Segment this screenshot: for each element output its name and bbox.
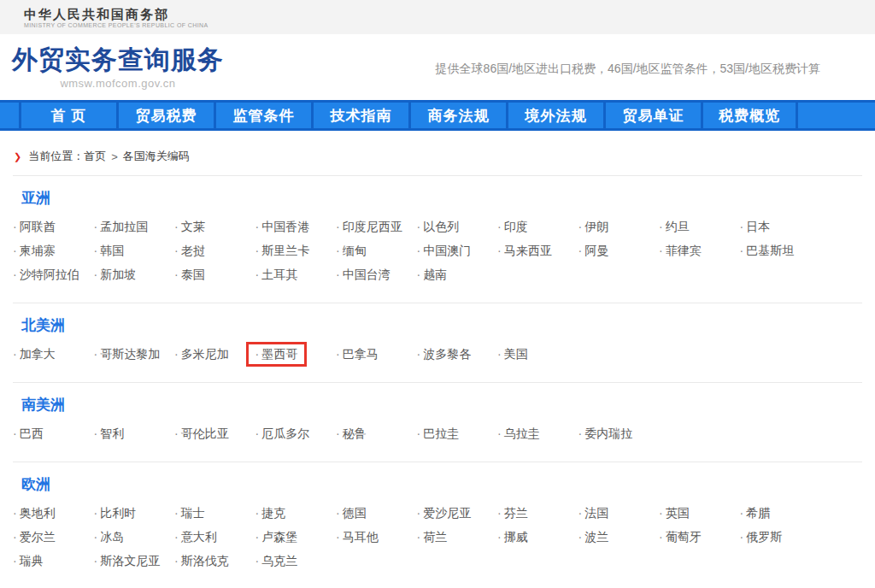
- bullet-dot: ·: [659, 506, 663, 520]
- country-name: 挪威: [504, 530, 528, 544]
- country-name: 柬埔寨: [20, 244, 56, 257]
- country-link[interactable]: ·斯洛文尼亚: [94, 554, 175, 568]
- country-link[interactable]: ·加拿大: [13, 347, 94, 362]
- bullet-dot: ·: [174, 220, 179, 233]
- country-box: ·中国台湾: [326, 262, 400, 287]
- country-link[interactable]: ·哥伦比亚: [174, 426, 255, 441]
- country-link[interactable]: ·英国: [659, 506, 740, 520]
- bullet-dot: ·: [13, 268, 17, 281]
- country-link[interactable]: ·奥地利: [13, 506, 94, 520]
- country-link[interactable]: ·马来西亚: [497, 244, 578, 258]
- bullet-dot: ·: [578, 530, 583, 544]
- country-box: ·柬埔寨: [3, 238, 65, 263]
- country-link[interactable]: ·印度: [497, 220, 578, 234]
- country-link[interactable]: ·多米尼加: [174, 347, 255, 362]
- nav-bar: 首 页贸易税费监管条件技术指南商务法规境外法规贸易单证税费概览: [0, 100, 875, 131]
- country-link[interactable]: ·乌拉圭: [497, 426, 578, 441]
- section-title: 欧洲: [13, 476, 862, 493]
- country-link[interactable]: ·中国香港: [255, 220, 337, 234]
- country-link[interactable]: ·菲律宾: [659, 244, 740, 258]
- country-link[interactable]: ·斯洛伐克: [174, 554, 255, 568]
- bullet-dot: ·: [740, 506, 744, 520]
- country-link[interactable]: ·荷兰: [417, 530, 498, 544]
- country-link[interactable]: ·日本: [740, 220, 821, 234]
- country-link[interactable]: ·中国台湾: [336, 268, 417, 282]
- country-link[interactable]: ·墨西哥: [255, 347, 337, 362]
- country-link[interactable]: ·马耳他: [336, 530, 417, 544]
- country-link[interactable]: ·秘鲁: [336, 426, 417, 441]
- country-link[interactable]: ·土耳其: [255, 268, 337, 282]
- country-link[interactable]: ·意大利: [174, 530, 255, 544]
- country-link[interactable]: ·美国: [497, 347, 578, 362]
- country-link[interactable]: ·柬埔寨: [13, 244, 94, 258]
- country-link[interactable]: ·捷克: [255, 506, 337, 520]
- bullet-dot: ·: [255, 554, 260, 567]
- country-link[interactable]: ·智利: [94, 426, 175, 441]
- country-link[interactable]: ·委内瑞拉: [578, 426, 660, 441]
- country-link[interactable]: ·老挝: [174, 244, 255, 258]
- breadcrumb-home-link[interactable]: 首页: [84, 149, 106, 164]
- country-link[interactable]: ·葡萄牙: [659, 530, 740, 544]
- bullet-dot: ·: [659, 244, 663, 257]
- bullet-dot: ·: [336, 506, 340, 520]
- country-link[interactable]: ·哥斯达黎加: [94, 347, 175, 362]
- nav-tab-4[interactable]: 技术指南: [311, 103, 408, 128]
- country-link[interactable]: ·沙特阿拉伯: [13, 268, 94, 282]
- country-link[interactable]: ·巴基斯坦: [740, 244, 821, 258]
- country-link[interactable]: ·文莱: [174, 220, 255, 234]
- country-link[interactable]: ·爱沙尼亚: [417, 506, 498, 520]
- country-link[interactable]: ·厄瓜多尔: [255, 426, 337, 441]
- country-link[interactable]: ·缅甸: [336, 244, 417, 258]
- nav-tab-3[interactable]: 监管条件: [214, 103, 311, 128]
- bullet-dot: ·: [255, 426, 260, 440]
- nav-tab-8[interactable]: 税费概览: [701, 103, 798, 128]
- breadcrumb-arrow-icon: ❯: [14, 151, 21, 162]
- country-name: 乌拉圭: [504, 426, 540, 440]
- nav-tab-5[interactable]: 商务法规: [408, 103, 506, 128]
- country-link[interactable]: ·挪威: [497, 530, 578, 544]
- country-link[interactable]: ·波兰: [578, 530, 660, 544]
- country-link[interactable]: ·希腊: [740, 506, 821, 520]
- country-link[interactable]: ·孟加拉国: [94, 220, 175, 234]
- country-link[interactable]: ·巴拿马: [336, 347, 417, 362]
- country-link[interactable]: ·俄罗斯: [740, 530, 821, 544]
- country-link[interactable]: ·乌克兰: [255, 554, 337, 568]
- country-link[interactable]: ·比利时: [94, 506, 175, 520]
- country-link[interactable]: ·伊朗: [578, 220, 660, 234]
- breadcrumb-current: 各国海关编码: [123, 149, 190, 164]
- country-link[interactable]: ·波多黎各: [417, 347, 498, 362]
- nav-tab-2[interactable]: 贸易税费: [116, 103, 214, 128]
- country-link[interactable]: ·约旦: [659, 220, 740, 234]
- country-link[interactable]: ·阿曼: [578, 244, 660, 258]
- bullet-dot: ·: [174, 506, 179, 520]
- country-link[interactable]: ·冰岛: [94, 530, 175, 544]
- country-link[interactable]: ·越南: [417, 268, 498, 282]
- ministry-logo[interactable]: 中华人民共和国商务部 MINISTRY OF COMMERCE PEOPLE'S…: [24, 7, 208, 28]
- country-box: ·多米尼加: [165, 342, 238, 367]
- nav-tab-6[interactable]: 境外法规: [506, 103, 603, 128]
- country-box: ·阿曼: [569, 238, 619, 263]
- country-link[interactable]: ·泰国: [174, 268, 255, 282]
- country-link[interactable]: ·巴拉圭: [417, 426, 498, 441]
- country-name: 芬兰: [504, 506, 528, 520]
- nav-tab-7[interactable]: 贸易单证: [603, 103, 701, 128]
- country-link[interactable]: ·瑞典: [13, 554, 94, 568]
- country-link[interactable]: ·中国澳门: [417, 244, 498, 258]
- country-name: 冰岛: [100, 530, 124, 544]
- country-link[interactable]: ·卢森堡: [255, 530, 337, 544]
- site-brand[interactable]: 外贸实务查询服务 wmsw.mofcom.gov.cn: [12, 44, 224, 100]
- country-link[interactable]: ·韩国: [94, 244, 175, 258]
- nav-tab-1[interactable]: 首 页: [19, 103, 116, 128]
- country-link[interactable]: ·爱尔兰: [13, 530, 94, 544]
- country-link[interactable]: ·阿联酋: [13, 220, 94, 234]
- country-link[interactable]: ·印度尼西亚: [336, 220, 417, 234]
- country-link[interactable]: ·法国: [578, 506, 660, 520]
- country-link[interactable]: ·以色列: [417, 220, 498, 234]
- country-link[interactable]: ·巴西: [13, 426, 94, 441]
- country-link[interactable]: ·瑞士: [174, 506, 255, 520]
- country-link[interactable]: ·斯里兰卡: [255, 244, 337, 258]
- country-link[interactable]: ·新加坡: [94, 268, 175, 282]
- country-name: 印度: [504, 220, 528, 233]
- country-link[interactable]: ·德国: [336, 506, 417, 520]
- country-link[interactable]: ·芬兰: [497, 506, 578, 520]
